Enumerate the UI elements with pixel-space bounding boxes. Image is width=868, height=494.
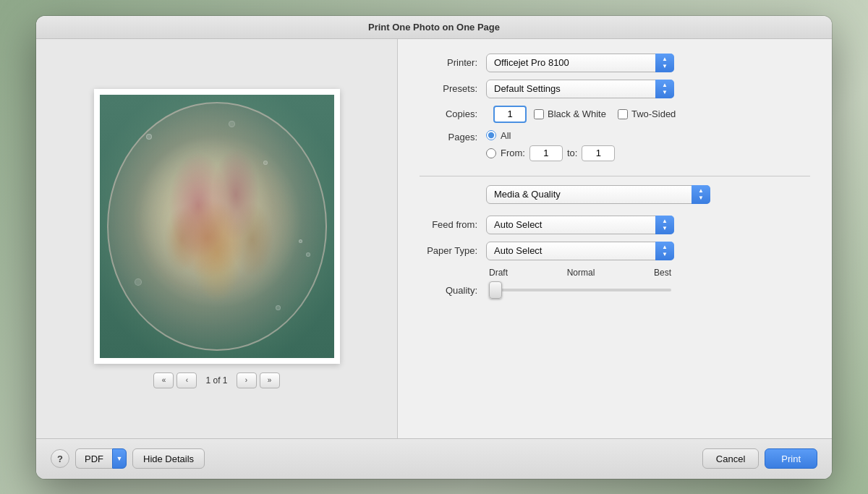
black-white-label: Black & White — [548, 108, 606, 119]
section-select-row: Media & Quality ▲ ▼ — [486, 185, 810, 204]
pages-all-radio-item[interactable]: All — [486, 130, 615, 141]
quality-slider-thumb[interactable] — [489, 281, 502, 299]
feed-from-select-wrapper: Auto Select ▲ ▼ — [486, 216, 674, 234]
hide-details-button[interactable]: Hide Details — [132, 448, 205, 469]
presets-select-wrapper: Default Settings ▲ ▼ — [486, 80, 674, 98]
bubbles-overlay — [100, 95, 334, 358]
page-navigation: « ‹ 1 of 1 › » — [153, 372, 279, 388]
pdf-button-group: PDF ▼ — [75, 448, 127, 469]
next-page-button[interactable]: › — [237, 372, 257, 388]
printer-select-wrapper: Officejet Pro 8100 ▲ ▼ — [486, 54, 674, 72]
pages-to-input[interactable] — [582, 145, 615, 161]
quality-slider-row: Quality: — [420, 285, 810, 296]
controls-panel: Printer: Officejet Pro 8100 ▲ ▼ Presets: — [398, 39, 832, 438]
paper-type-label: Paper Type: — [420, 245, 477, 256]
paper-type-select-wrapper: Auto Select ▲ ▼ — [486, 242, 674, 260]
printer-label: Printer: — [420, 57, 477, 68]
cancel-button[interactable]: Cancel — [702, 448, 759, 469]
pages-from-radio-item[interactable]: From: — [486, 148, 525, 158]
prev-page-button[interactable]: ‹ — [176, 372, 197, 388]
quality-slider-track — [489, 289, 671, 291]
pages-all-radio[interactable] — [486, 130, 496, 140]
two-sided-label: Two-Sided — [631, 108, 676, 119]
pages-from-radio[interactable] — [486, 148, 496, 158]
pages-to-label: to: — [567, 148, 577, 158]
quality-normal-label: Normal — [567, 268, 595, 278]
two-sided-checkbox[interactable] — [618, 109, 628, 119]
feed-from-row: Feed from: Auto Select ▲ ▼ — [420, 216, 810, 234]
pages-all-label: All — [501, 130, 511, 141]
quality-label: Quality: — [420, 285, 477, 296]
checkbox-group: Black & White Two-Sided — [534, 108, 676, 119]
title-bar: Print One Photo on One Page — [36, 16, 832, 39]
presets-row: Presets: Default Settings ▲ ▼ — [420, 80, 810, 98]
photo-frame — [94, 89, 340, 364]
page-indicator: 1 of 1 — [200, 375, 233, 386]
pages-from-input[interactable] — [529, 145, 563, 161]
copies-label: Copies: — [420, 108, 477, 119]
last-page-button[interactable]: » — [260, 372, 280, 388]
black-white-checkbox[interactable] — [534, 109, 544, 119]
section-select-wrapper: Media & Quality ▲ ▼ — [486, 185, 710, 204]
print-button[interactable]: Print — [765, 448, 817, 469]
pages-label: Pages: — [420, 130, 477, 142]
bottom-bar: ? PDF ▼ Hide Details Cancel Print — [36, 438, 832, 479]
feed-from-label: Feed from: — [420, 219, 477, 230]
help-button[interactable]: ? — [51, 449, 69, 468]
copies-input[interactable] — [493, 106, 527, 123]
separator — [420, 176, 810, 176]
black-white-checkbox-item[interactable]: Black & White — [534, 108, 606, 119]
printer-row: Printer: Officejet Pro 8100 ▲ ▼ — [420, 54, 810, 72]
first-page-button[interactable]: « — [153, 372, 174, 388]
photo-image — [100, 95, 334, 358]
two-sided-checkbox-item[interactable]: Two-Sided — [618, 108, 676, 119]
from-to-row: From: to: — [486, 145, 615, 161]
pdf-button[interactable]: PDF — [75, 448, 112, 469]
quality-labels-row: Draft Normal Best — [420, 268, 810, 278]
presets-select[interactable]: Default Settings — [486, 80, 674, 98]
paper-type-select[interactable]: Auto Select — [486, 242, 674, 260]
pdf-arrow-button[interactable]: ▼ — [112, 448, 127, 469]
preview-panel: « ‹ 1 of 1 › » — [36, 39, 398, 438]
paper-type-row: Paper Type: Auto Select ▲ ▼ — [420, 242, 810, 260]
feed-from-select[interactable]: Auto Select — [486, 216, 674, 234]
quality-best-label: Best — [654, 268, 671, 278]
quality-draft-label: Draft — [489, 268, 508, 278]
pages-options: All From: to: — [486, 130, 615, 161]
presets-label: Presets: — [420, 83, 477, 94]
pages-row: Pages: All From: to: — [420, 130, 810, 161]
printer-select[interactable]: Officejet Pro 8100 — [486, 54, 674, 72]
dialog-title: Print One Photo on One Page — [368, 22, 500, 33]
copies-row: Copies: Black & White Two-Sided — [420, 106, 810, 123]
print-dialog: Print One Photo on One Page — [36, 16, 832, 479]
pages-from-label: From: — [501, 148, 525, 158]
section-select[interactable]: Media & Quality — [486, 185, 710, 204]
